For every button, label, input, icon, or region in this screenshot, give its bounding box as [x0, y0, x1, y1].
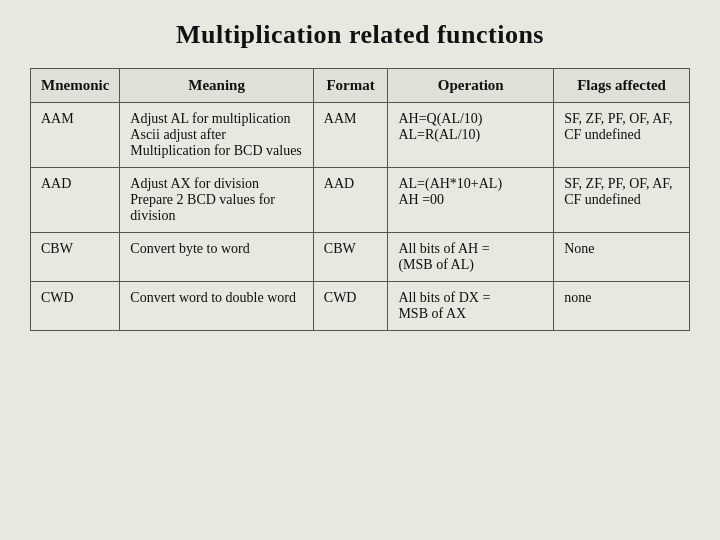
table-row: CBWConvert byte to wordCBWAll bits of AH… — [31, 233, 690, 282]
cell-format-0: AAM — [313, 103, 388, 168]
cell-mnemonic-2: CBW — [31, 233, 120, 282]
cell-operation-0: AH=Q(AL/10)AL=R(AL/10) — [388, 103, 554, 168]
cell-operation-1: AL=(AH*10+AL)AH =00 — [388, 168, 554, 233]
table-row: AADAdjust AX for divisionPrepare 2 BCD v… — [31, 168, 690, 233]
table-header-row: Mnemonic Meaning Format Operation Flags … — [31, 69, 690, 103]
cell-flags-3: none — [554, 282, 690, 331]
col-header-flags: Flags affected — [554, 69, 690, 103]
cell-format-2: CBW — [313, 233, 388, 282]
cell-operation-2: All bits of AH =(MSB of AL) — [388, 233, 554, 282]
cell-format-1: AAD — [313, 168, 388, 233]
cell-meaning-3: Convert word to double word — [120, 282, 313, 331]
page-title: Multiplication related functions — [176, 20, 544, 50]
col-header-meaning: Meaning — [120, 69, 313, 103]
col-header-mnemonic: Mnemonic — [31, 69, 120, 103]
cell-flags-1: SF, ZF, PF, OF, AF, CF undefined — [554, 168, 690, 233]
cell-mnemonic-1: AAD — [31, 168, 120, 233]
cell-flags-2: None — [554, 233, 690, 282]
col-header-operation: Operation — [388, 69, 554, 103]
cell-format-3: CWD — [313, 282, 388, 331]
cell-operation-3: All bits of DX =MSB of AX — [388, 282, 554, 331]
cell-flags-0: SF, ZF, PF, OF, AF, CF undefined — [554, 103, 690, 168]
cell-meaning-2: Convert byte to word — [120, 233, 313, 282]
cell-mnemonic-3: CWD — [31, 282, 120, 331]
col-header-format: Format — [313, 69, 388, 103]
table-row: CWDConvert word to double wordCWDAll bit… — [31, 282, 690, 331]
cell-meaning-0: Adjust AL for multiplicationAscii adjust… — [120, 103, 313, 168]
table-row: AAMAdjust AL for multiplicationAscii adj… — [31, 103, 690, 168]
main-table: Mnemonic Meaning Format Operation Flags … — [30, 68, 690, 331]
cell-meaning-1: Adjust AX for divisionPrepare 2 BCD valu… — [120, 168, 313, 233]
cell-mnemonic-0: AAM — [31, 103, 120, 168]
